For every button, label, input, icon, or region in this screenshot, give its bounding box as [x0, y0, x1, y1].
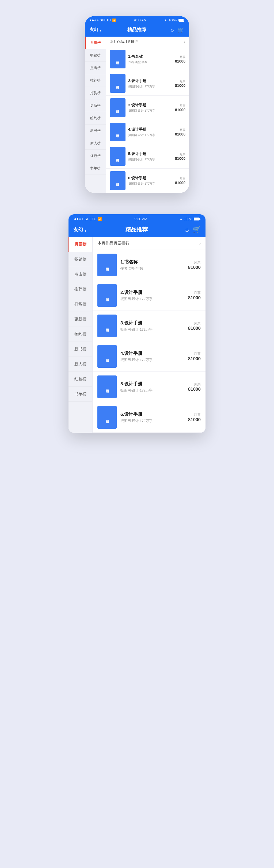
banner-text: 本月作品月票排行	[110, 39, 138, 44]
list-item[interactable]: 书籍封面图 6.设计手册 摄图网·设计·172万字 月票 81000	[106, 168, 189, 193]
sidebar-item-bestseller[interactable]: 畅销榜	[85, 49, 106, 62]
wifi-icon: 📶	[112, 19, 116, 22]
book-title-5: 5.设计手册	[128, 152, 172, 156]
book-cover-4: 书籍封面图	[110, 123, 126, 142]
sidebar-item-newauthor[interactable]: 新人榜	[85, 137, 106, 150]
list-item-2-4[interactable]: 书籍封面图 4.设计手册 摄图网·设计·172万字 月票 81000	[92, 341, 205, 372]
bluetooth-icon-2: ∗	[180, 217, 182, 221]
signal-dot-2-1	[74, 218, 76, 220]
book-info-3: 3.设计手册 摄图网·设计·172万字	[128, 103, 172, 113]
book-votes-2: 月票 81000	[175, 80, 186, 88]
votes-label-2-2: 月票	[188, 290, 201, 295]
book-cover-2-1: 书籍封面图	[98, 254, 117, 276]
list-item-2-2[interactable]: 书籍封面图 2.设计手册 摄图网·设计·172万字 月票 81000	[92, 280, 205, 311]
sidebar-item-2-recommend[interactable]: 推荐榜	[68, 282, 92, 297]
banner-row[interactable]: 本月作品月票排行 ›	[106, 37, 189, 47]
votes-count-2-4: 81000	[188, 356, 201, 362]
book-title-6: 6.设计手册	[128, 176, 172, 181]
book-info-2-5: 5.设计手册 摄图网·设计·172万字	[120, 381, 184, 393]
book-votes-2-1: 月票 81000	[188, 260, 201, 270]
cart-icon-2[interactable]: 🛒	[193, 226, 201, 233]
book-info-5: 5.设计手册 摄图网·设计·172万字	[128, 152, 172, 161]
sidebar-item-newbook[interactable]: 新书榜	[85, 125, 106, 137]
sidebar-item-2-clicks[interactable]: 点击榜	[68, 267, 92, 282]
bluetooth-icon: ∗	[164, 19, 167, 22]
status-bar: SHETU 📶 9:30 AM ∗ 100%	[85, 16, 189, 24]
book-meta-2-4: 摄图网·设计·172万字	[120, 358, 184, 362]
sidebar-item-booklist[interactable]: 书单榜	[85, 162, 106, 175]
list-item-2-1[interactable]: 书籍封面图 1.书名称 作者·类型·字数 月票 81000	[92, 250, 205, 280]
list-item[interactable]: 书籍封面图 5.设计手册 摄图网·设计·172万字 月票 81000	[106, 144, 189, 168]
list-item[interactable]: 书籍封面图 2.设计手册 摄图网·设计·172万字 月票 81000	[106, 71, 189, 96]
book-cover-3: 书籍封面图	[110, 98, 126, 117]
sidebar-item-2-reward[interactable]: 打赏榜	[68, 297, 92, 312]
book-title-2-3: 3.设计手册	[120, 320, 184, 326]
wifi-icon-2: 📶	[98, 217, 102, 221]
status-time-2: 9:30 AM	[134, 217, 147, 221]
list-item[interactable]: 书籍封面图 1.书名称 作者·类型·字数 月票 81000	[106, 47, 189, 71]
nav-icons: ⌕ 🛒	[171, 27, 184, 33]
nav-icons-2: ⌕ 🛒	[185, 226, 201, 233]
book-meta-2-2: 摄图网·设计·172万字	[120, 297, 184, 302]
carrier-label: SHETU	[100, 19, 111, 22]
battery-icon	[179, 19, 184, 22]
sidebar-item-2-contract[interactable]: 签约榜	[68, 327, 92, 342]
search-icon[interactable]: ⌕	[171, 27, 174, 33]
votes-label-4: 月票	[175, 128, 186, 132]
sidebar-item-reward[interactable]: 打赏榜	[85, 87, 106, 99]
book-title-1: 1.书名称	[128, 54, 172, 59]
book-info-6: 6.设计手册 摄图网·设计·172万字	[128, 176, 172, 186]
book-cover-5: 书籍封面图	[110, 147, 126, 166]
sidebar-item-2-bestseller[interactable]: 畅销榜	[68, 252, 92, 267]
book-title-3: 3.设计手册	[128, 103, 172, 108]
votes-count-6: 81000	[175, 181, 186, 185]
sidebar-item-2-update[interactable]: 更新榜	[68, 312, 92, 327]
votes-label-6: 月票	[175, 177, 186, 181]
list-item-2-5[interactable]: 书籍封面图 5.设计手册 摄图网·设计·172万字 月票 81000	[92, 372, 205, 402]
sidebar-item-2-newauthor[interactable]: 新人榜	[68, 357, 92, 372]
book-votes-3: 月票 81000	[175, 104, 186, 112]
votes-count-1: 81000	[175, 59, 186, 63]
cart-icon[interactable]: 🛒	[178, 27, 184, 33]
book-meta-5: 摄图网·设计·172万字	[128, 157, 172, 161]
book-title-2-5: 5.设计手册	[120, 381, 184, 387]
sidebar-item-2-booklist[interactable]: 书单榜	[68, 387, 92, 402]
book-cover-2-5: 书籍封面图	[98, 375, 117, 398]
banner-arrow-icon: ›	[184, 39, 186, 44]
list-item-2-6[interactable]: 书籍封面图 6.设计手册 摄图网·设计·172万字 月票 81000	[92, 402, 205, 433]
book-info-4: 4.设计手册 摄图网·设计·172万字	[128, 127, 172, 137]
status-time: 9:30 AM	[134, 18, 147, 22]
signal-dots	[90, 20, 99, 21]
list-item[interactable]: 书籍封面图 4.设计手册 摄图网·设计·172万字 月票 81000	[106, 120, 189, 144]
battery-fill-2	[194, 218, 199, 220]
sidebar-item-monthly[interactable]: 月票榜	[85, 37, 106, 49]
phone-large: SHETU 📶 9:30 AM ∗ 100% 玄幻， 精品推荐 ⌕ 🛒 月票榜 …	[68, 214, 205, 433]
banner-row-2[interactable]: 本月作品月票排行 ›	[92, 237, 205, 250]
sidebar-item-update[interactable]: 更新榜	[85, 99, 106, 112]
list-item-2-3[interactable]: 书籍封面图 3.设计手册 摄图网·设计·172万字 月票 81000	[92, 311, 205, 341]
signal-dot-2	[92, 20, 94, 21]
book-votes-6: 月票 81000	[175, 177, 186, 185]
sidebar: 月票榜 畅销榜 点击榜 推荐榜 打赏榜 更新榜 签约榜 新书榜 新人榜 红包榜 …	[85, 37, 106, 193]
book-votes-2-4: 月票 81000	[188, 351, 201, 362]
sidebar-item-2-newbook[interactable]: 新书榜	[68, 342, 92, 357]
votes-count-5: 81000	[175, 156, 186, 161]
votes-count-2: 81000	[175, 83, 186, 88]
status-left: SHETU 📶	[90, 19, 116, 22]
votes-label-3: 月票	[175, 104, 186, 108]
sidebar-item-contract[interactable]: 签约榜	[85, 112, 106, 125]
votes-count-2-3: 81000	[188, 326, 201, 331]
sidebar-item-recommend[interactable]: 推荐榜	[85, 74, 106, 87]
sidebar-item-2-redpacket[interactable]: 红包榜	[68, 372, 92, 387]
sidebar-item-2-monthly[interactable]: 月票榜	[68, 237, 92, 252]
votes-count-2-6: 81000	[188, 417, 201, 423]
list-item[interactable]: 书籍封面图 3.设计手册 摄图网·设计·172万字 月票 81000	[106, 96, 189, 120]
votes-label-2-4: 月票	[188, 351, 201, 356]
search-icon-2[interactable]: ⌕	[185, 226, 189, 233]
status-right: ∗ 100%	[164, 19, 184, 22]
votes-count-2-1: 81000	[188, 265, 201, 270]
sidebar-item-clicks[interactable]: 点击榜	[85, 62, 106, 74]
sidebar-item-redpacket[interactable]: 红包榜	[85, 150, 106, 162]
nav-title-2: 精品推荐	[125, 226, 148, 233]
book-cover-1: 书籍封面图	[110, 50, 126, 68]
